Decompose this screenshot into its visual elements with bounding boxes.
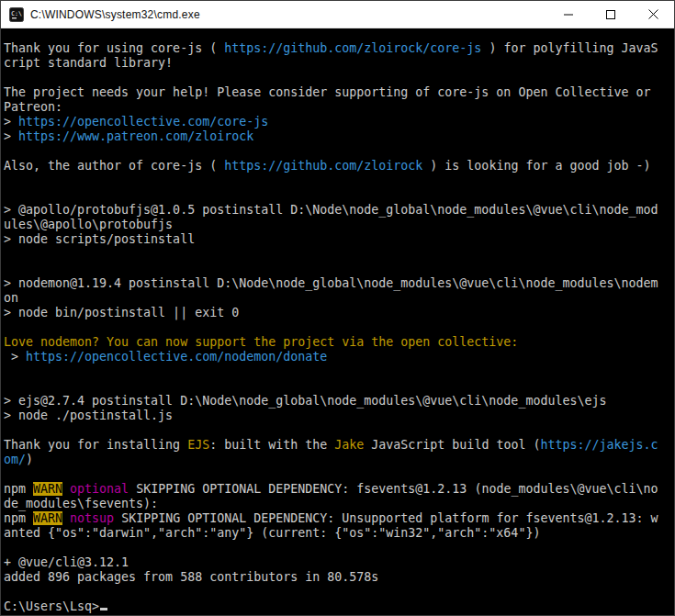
terminal-line: [4, 541, 672, 555]
url-text: https://opencollective.com/nodemon/donat…: [26, 350, 327, 364]
text-segment: npm: [4, 511, 33, 525]
text-segment: added 896 packages from 588 contributors…: [4, 570, 378, 584]
terminal-line: > @apollo/protobufjs@1.0.5 postinstall D…: [4, 203, 672, 218]
terminal-line: > https://opencollective.com/core-js: [4, 115, 672, 129]
text-segment: Love nodemon? You can now support the pr…: [4, 335, 518, 349]
text-segment: >: [4, 129, 18, 143]
terminal-line: + @vue/cli@3.12.1: [4, 555, 672, 570]
minimize-icon: [564, 10, 573, 19]
terminal-line: [4, 423, 672, 438]
text-segment: WARN: [33, 482, 62, 496]
text-segment: cript standard library!: [4, 56, 173, 70]
prompt-line: C:\Users\Lsq>: [4, 599, 672, 614]
url-text: https://opencollective.com/core-js: [18, 115, 268, 129]
terminal-line: [4, 71, 672, 85]
window: C:\ C:\WINDOWS\system32\cmd.exe Thank yo…: [0, 0, 675, 616]
terminal-line: > https://www.patreon.com/zloirock: [4, 129, 672, 144]
text-segment: The project needs your help! Please cons…: [4, 85, 650, 99]
terminal-line: added 896 packages from 588 contributors…: [4, 570, 672, 585]
text-segment: SKIPPING OPTIONAL DEPENDENCY: fsevents@1…: [129, 482, 658, 496]
terminal-line: > node scripts/postinstall: [4, 232, 672, 247]
text-segment: Patreon:: [4, 100, 62, 114]
terminal-line: > node ./postinstall.js: [4, 409, 672, 423]
terminal-line: npm WARN notsup SKIPPING OPTIONAL DEPEND…: [4, 511, 672, 526]
url-text: https://github.com/zloirock: [224, 159, 422, 173]
text-segment: ules\@apollo\protobufjs: [4, 218, 173, 231]
terminal-line: [4, 467, 672, 482]
terminal-line: [4, 174, 672, 188]
terminal-line: [4, 585, 672, 599]
text-segment: Also, the author of core-js (: [4, 159, 224, 173]
terminal-line: on: [4, 291, 672, 306]
terminal-line: > https://opencollective.com/nodemon/don…: [4, 350, 672, 364]
close-button[interactable]: [632, 1, 674, 28]
terminal-line: Thank you for using core-js ( https://gi…: [4, 41, 672, 56]
cmd-icon[interactable]: C:\: [1, 1, 30, 28]
terminal-line: > nodemon@1.19.4 postinstall D:\Node\nod…: [4, 276, 672, 291]
terminal-line: [4, 364, 672, 379]
terminal-line: de_modules\fsevents):: [4, 497, 672, 511]
text-segment: ) for polyfilling JavaS: [481, 41, 658, 55]
terminal-line: Patreon:: [4, 100, 672, 115]
terminal-output: Thank you for using core-js ( https://gi…: [4, 41, 672, 614]
titlebar[interactable]: C:\ C:\WINDOWS\system32\cmd.exe: [1, 1, 674, 28]
text-segment: ) is looking for a good job -): [422, 159, 650, 173]
text-segment: [62, 482, 70, 496]
text-segment: [62, 511, 70, 525]
text-segment: SKIPPING OPTIONAL DEPENDENCY: Unsupporte…: [114, 511, 658, 525]
url-text: om/: [4, 453, 26, 466]
text-segment: > node scripts/postinstall: [4, 232, 195, 246]
maximize-button[interactable]: [590, 1, 632, 28]
terminal-line: npm WARN optional SKIPPING OPTIONAL DEPE…: [4, 482, 672, 497]
minimize-button[interactable]: [547, 1, 590, 28]
text-segment: Thank you for using core-js (: [4, 41, 224, 55]
url-text: https://www.patreon.com/zloirock: [18, 129, 253, 143]
terminal-line: [4, 144, 672, 159]
text-segment: >: [4, 115, 18, 129]
text-segment: + @vue/cli@3.12.1: [4, 555, 129, 569]
window-title: C:\WINDOWS\system32\cmd.exe: [30, 1, 547, 28]
terminal-line: Thank you for installing EJS: built with…: [4, 438, 672, 453]
text-segment: JavaScript build tool (: [364, 438, 540, 452]
terminal-line: [4, 262, 672, 276]
terminal-line: [4, 379, 672, 394]
text-segment: >: [4, 350, 26, 364]
text-segment: optional: [70, 482, 129, 496]
text-segment: > ejs@2.7.4 postinstall D:\Node\node_glo…: [4, 394, 606, 408]
cursor: [100, 608, 107, 610]
terminal-line: ules\@apollo\protobufjs: [4, 218, 672, 232]
text-segment: Thank you for installing: [4, 438, 187, 452]
text-segment: > nodemon@1.19.4 postinstall D:\Node\nod…: [4, 276, 658, 290]
terminal-line: om/): [4, 453, 672, 467]
terminal-line: [4, 247, 672, 262]
terminal-line: [4, 188, 672, 203]
url-text: https://jakejs.c: [540, 438, 658, 452]
terminal-line: cript standard library!: [4, 56, 672, 71]
terminal-line: Love nodemon? You can now support the pr…: [4, 335, 672, 350]
text-segment: : built with the: [209, 438, 334, 452]
text-segment: EJS: [187, 438, 209, 452]
text-segment: > node bin/postinstall || exit 0: [4, 306, 239, 319]
close-icon: [648, 9, 658, 19]
text-segment: de_modules\fsevents):: [4, 497, 158, 510]
text-segment: > @apollo/protobufjs@1.0.5 postinstall D…: [4, 203, 658, 217]
text-segment: notsup: [70, 511, 114, 525]
terminal-line: Also, the author of core-js ( https://gi…: [4, 159, 672, 174]
terminal-line: anted {"os":"darwin","arch":"any"} (curr…: [4, 526, 672, 541]
text-segment: WARN: [33, 511, 62, 525]
text-segment: on: [4, 291, 18, 305]
maximize-icon: [606, 10, 615, 19]
terminal-line: > ejs@2.7.4 postinstall D:\Node\node_glo…: [4, 394, 672, 409]
svg-text:C:\: C:\: [11, 10, 22, 17]
terminal-line: > node bin/postinstall || exit 0: [4, 306, 672, 320]
text-segment: npm: [4, 482, 33, 496]
text-segment: > node ./postinstall.js: [4, 409, 173, 422]
terminal[interactable]: Thank you for using core-js ( https://gi…: [1, 28, 674, 615]
text-segment: Jake: [334, 438, 364, 452]
url-text: https://github.com/zloirock/core-js: [224, 41, 481, 55]
text-segment: anted {"os":"darwin","arch":"any"} (curr…: [4, 526, 540, 540]
terminal-line: [4, 320, 672, 335]
text-segment: C:\Users\Lsq>: [4, 599, 99, 613]
text-segment: ): [26, 453, 33, 466]
terminal-line: The project needs your help! Please cons…: [4, 85, 672, 100]
